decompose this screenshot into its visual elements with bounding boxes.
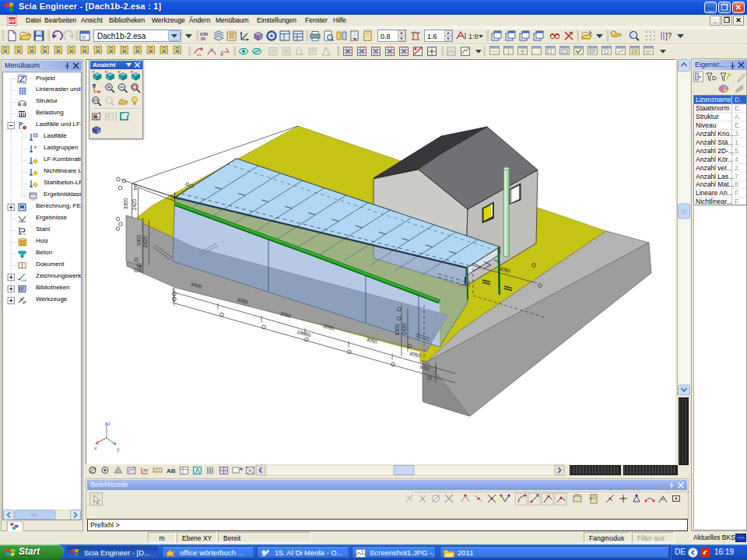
svg-text:Anzahl ver...: Anzahl ver...	[696, 164, 732, 172]
svg-text:380: 380	[138, 264, 142, 273]
svg-text:m: m	[201, 36, 205, 41]
svg-text:1.: 1.	[735, 138, 740, 146]
svg-text:x: x	[94, 446, 97, 451]
svg-text:1.6: 1.6	[427, 33, 437, 40]
svg-text:F.: F.	[735, 198, 740, 205]
svg-text:0.8: 0.8	[381, 33, 391, 40]
svg-text:Anzahl Kno...: Anzahl Kno...	[696, 130, 735, 138]
svg-text:3300: 3300	[395, 324, 400, 335]
svg-text:Dach1b-2.esa: Dach1b-2.esa	[97, 32, 146, 40]
svg-text:E.: E.	[735, 121, 741, 129]
svg-text:2420: 2420	[132, 198, 137, 210]
svg-text:]?: ]?	[665, 32, 672, 40]
svg-text:4: 4	[735, 156, 738, 163]
svg-text:Niveau: Niveau	[696, 121, 717, 129]
svg-text:z: z	[108, 421, 111, 426]
svg-text:D.: D.	[735, 96, 742, 103]
svg-text:18650: 18650	[296, 329, 312, 338]
svg-text:Lizenzname: Lizenzname	[696, 96, 731, 103]
svg-text:1:8: 1:8	[468, 33, 479, 40]
svg-text:5.: 5.	[735, 147, 740, 155]
svg-text:2420: 2420	[142, 236, 148, 247]
svg-text:560: 560	[133, 183, 138, 190]
svg-text:PD: PD	[93, 116, 99, 121]
svg-text:3300: 3300	[136, 234, 142, 246]
svg-text:2420: 2420	[402, 323, 407, 334]
svg-text:Lineare An...: Lineare An...	[696, 189, 733, 197]
svg-text:Staatsnorm: Staatsnorm	[696, 104, 729, 112]
svg-text:3300: 3300	[123, 198, 128, 209]
svg-text:Anzahl 2D-...: Anzahl 2D-...	[696, 147, 734, 155]
svg-text:Anzahl Mat...: Anzahl Mat...	[696, 180, 735, 188]
svg-text:D: D	[712, 75, 717, 82]
svg-text:Anzahl Stä...: Anzahl Stä...	[696, 138, 733, 146]
svg-text:F.: F.	[735, 189, 740, 197]
svg-text:Nichtlinear...: Nichtlinear...	[696, 198, 732, 205]
svg-text:FF: FF	[9, 19, 16, 24]
svg-text:Anzahl Kör...: Anzahl Kör...	[696, 156, 733, 163]
svg-text:AB: AB	[167, 467, 176, 474]
svg-text:Anzahl Las...: Anzahl Las...	[696, 173, 734, 180]
svg-text:y: y	[117, 446, 120, 453]
svg-text:A.: A.	[735, 113, 741, 121]
svg-text:3.: 3.	[735, 130, 740, 138]
svg-text:xy: xy	[143, 467, 148, 472]
svg-text:2.: 2.	[735, 164, 740, 172]
svg-text:7: 7	[735, 173, 738, 180]
svg-text:8: 8	[735, 180, 738, 188]
svg-text:E.: E.	[735, 104, 741, 112]
svg-text:Struktur: Struktur	[696, 113, 719, 121]
